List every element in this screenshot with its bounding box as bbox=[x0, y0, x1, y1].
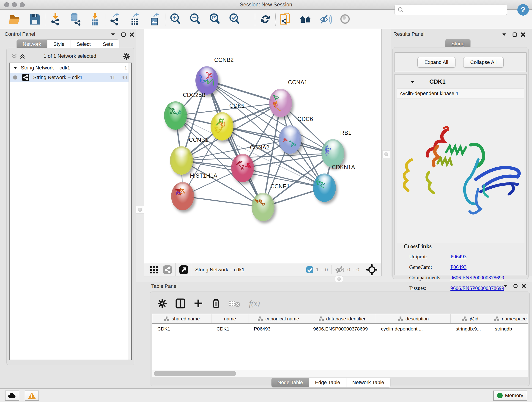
column-header-description[interactable]: description bbox=[376, 314, 451, 323]
gene-description: cyclin-dependent kinase 1 bbox=[397, 88, 524, 99]
collapse-panel-icon[interactable] bbox=[502, 32, 507, 38]
table-horizontal-scrollbar[interactable] bbox=[152, 370, 528, 377]
network-collection-row[interactable]: String Network – cdk1 1 bbox=[10, 63, 131, 73]
tab-network-table[interactable]: Network Table bbox=[346, 378, 390, 387]
selected-checkbox-icon[interactable] bbox=[306, 266, 314, 274]
float-panel-icon[interactable] bbox=[512, 32, 517, 38]
footer-separator bbox=[331, 265, 332, 274]
column-header-namespace[interactable]: namespace bbox=[490, 314, 528, 323]
clone-network-icon[interactable] bbox=[279, 12, 292, 26]
tab-string[interactable]: String bbox=[445, 39, 470, 48]
hide-unhide-icon[interactable] bbox=[319, 12, 332, 26]
crosslink-link[interactable]: 9606.ENSP00000378699 bbox=[450, 275, 504, 281]
string-app-icon bbox=[22, 74, 30, 81]
network-row-selected[interactable]: String Network – cdk1 11 48 bbox=[10, 73, 131, 82]
table-row[interactable]: CDK1CDK1P064939606.ENSP00000378699cyclin… bbox=[152, 324, 528, 334]
network-node-rb1[interactable] bbox=[322, 139, 344, 167]
table-cell[interactable]: stringdb bbox=[490, 324, 528, 334]
memory-button[interactable]: Memory bbox=[493, 390, 527, 401]
save-session-icon[interactable] bbox=[28, 12, 41, 26]
zoom-fit-icon[interactable] bbox=[209, 12, 221, 26]
network-canvas[interactable]: CCNB2CCNA1CDC25BCDK1CDC6RB1CCNB1CCNA2CDK… bbox=[144, 29, 381, 263]
column-header-database-identifier[interactable]: database identifier bbox=[308, 314, 376, 323]
network-node-ccnb2[interactable] bbox=[196, 66, 218, 95]
application-window: Session: New Session bbox=[0, 0, 532, 402]
close-panel-icon[interactable] bbox=[521, 284, 526, 289]
close-panel-icon[interactable] bbox=[520, 32, 526, 38]
tab-network[interactable]: Network bbox=[17, 40, 47, 49]
refresh-icon[interactable] bbox=[259, 12, 272, 26]
zoom-in-icon[interactable] bbox=[169, 12, 182, 26]
network-node-ccne1[interactable] bbox=[252, 193, 274, 221]
gear-icon[interactable] bbox=[123, 52, 130, 61]
column-header-shared-name[interactable]: shared name bbox=[152, 314, 211, 323]
birds-eye-crosshair-icon[interactable] bbox=[366, 264, 377, 275]
network-node-ccnb1[interactable] bbox=[170, 146, 193, 175]
export-network-icon[interactable] bbox=[109, 12, 122, 26]
delete-column-icon[interactable] bbox=[211, 298, 221, 309]
column-header--id[interactable]: @id bbox=[451, 314, 490, 323]
column-header-name[interactable]: name bbox=[211, 314, 249, 323]
float-panel-icon[interactable] bbox=[121, 32, 126, 38]
network-node-cdc6[interactable] bbox=[279, 125, 302, 154]
show-graphics-icon[interactable] bbox=[339, 12, 351, 26]
right-splitter[interactable] bbox=[381, 29, 391, 281]
zoom-out-icon[interactable] bbox=[189, 12, 202, 26]
table-cell[interactable]: CDK1 bbox=[152, 324, 211, 334]
network-node-hist1h1a[interactable] bbox=[171, 182, 194, 211]
open-in-new-window-icon[interactable] bbox=[179, 265, 189, 274]
network-list-scrollbar[interactable] bbox=[128, 63, 131, 360]
table-cell[interactable]: stringdb:9... bbox=[451, 324, 490, 334]
network-node-cdk1[interactable] bbox=[210, 112, 234, 140]
collapse-panel-icon[interactable] bbox=[503, 284, 508, 289]
add-column-icon[interactable] bbox=[194, 299, 203, 308]
table-cell[interactable]: P06493 bbox=[249, 324, 308, 334]
table-cell[interactable]: 9606.ENSP00000378699 bbox=[308, 324, 376, 334]
zoom-selected-icon[interactable] bbox=[228, 12, 241, 26]
show-columns-icon[interactable] bbox=[175, 298, 185, 309]
cloud-button[interactable] bbox=[5, 390, 19, 401]
import-network-icon[interactable] bbox=[49, 12, 62, 26]
scrollbar-thumb[interactable] bbox=[154, 371, 236, 376]
crosslink-link[interactable]: P06493 bbox=[450, 254, 467, 260]
network-node-cdkn1a[interactable] bbox=[313, 173, 336, 202]
network-edge[interactable] bbox=[183, 196, 263, 207]
network-edge[interactable] bbox=[207, 80, 263, 207]
section-collapse-icon[interactable] bbox=[410, 80, 415, 85]
import-table-icon[interactable] bbox=[89, 12, 101, 26]
left-splitter[interactable] bbox=[136, 29, 144, 276]
tree-expand-icon[interactable] bbox=[13, 65, 18, 70]
network-node-ccna1[interactable] bbox=[269, 89, 292, 117]
network-edge-count: 48 bbox=[122, 75, 127, 80]
tab-edge-table[interactable]: Edge Table bbox=[309, 378, 346, 387]
help-button[interactable]: ? bbox=[517, 4, 529, 16]
table-cell[interactable]: CDK1 bbox=[211, 324, 249, 334]
network-node-ccna2[interactable] bbox=[231, 154, 254, 182]
column-header-label: canonical name bbox=[265, 316, 299, 322]
column-header-canonical-name[interactable]: canonical name bbox=[249, 314, 308, 323]
close-panel-icon[interactable] bbox=[129, 32, 134, 38]
hidden-eye-icon[interactable] bbox=[335, 266, 345, 274]
export-table-icon[interactable] bbox=[129, 12, 142, 26]
tab-style[interactable]: Style bbox=[47, 40, 71, 49]
crosslink-link[interactable]: P06493 bbox=[450, 264, 467, 270]
tab-node-table[interactable]: Node Table bbox=[272, 378, 309, 387]
float-panel-icon[interactable] bbox=[513, 284, 518, 289]
table-cell[interactable]: cyclin-dependent ... bbox=[376, 324, 451, 334]
tab-select[interactable]: Select bbox=[71, 40, 97, 49]
collapse-panel-icon[interactable] bbox=[110, 32, 115, 38]
network-node-cdc25b[interactable] bbox=[164, 101, 187, 130]
home-networks-icon[interactable] bbox=[299, 12, 312, 26]
node-table[interactable]: shared namenamecanonical namedatabase id… bbox=[152, 314, 528, 377]
warnings-button[interactable] bbox=[25, 390, 39, 401]
network-view-share-icon[interactable] bbox=[163, 265, 172, 274]
open-session-icon[interactable] bbox=[9, 12, 22, 26]
collapse-all-button[interactable]: Collapse All bbox=[463, 57, 504, 68]
import-database-icon[interactable] bbox=[69, 12, 82, 26]
tab-sets[interactable]: Sets bbox=[97, 40, 119, 49]
expand-all-button[interactable]: Expand All bbox=[418, 57, 456, 68]
search-input[interactable] bbox=[394, 5, 507, 15]
table-options-gear-icon[interactable] bbox=[157, 299, 167, 308]
grid-view-icon[interactable] bbox=[149, 265, 158, 274]
export-image-icon[interactable] bbox=[148, 12, 161, 26]
